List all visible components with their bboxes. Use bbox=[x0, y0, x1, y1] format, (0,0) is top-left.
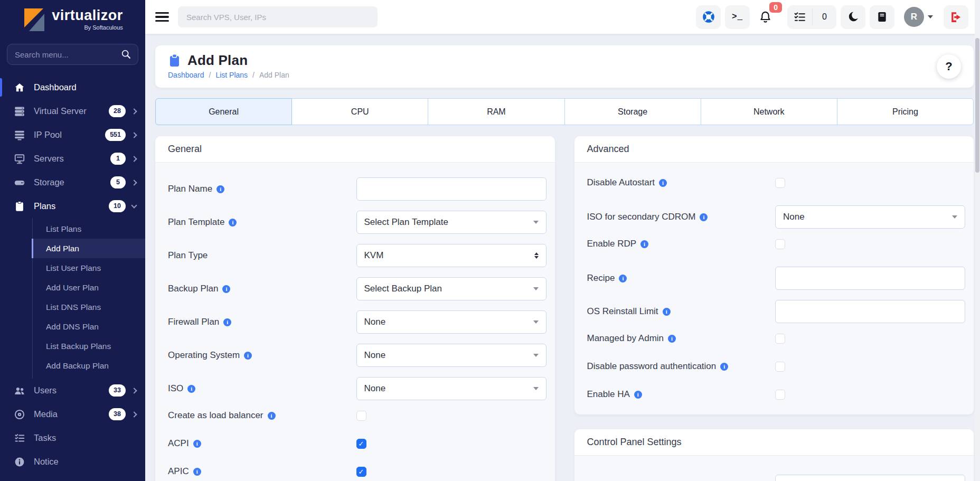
info-icon[interactable]: i bbox=[193, 440, 201, 448]
sidebar-item-users[interactable]: Users 33 bbox=[0, 379, 145, 402]
sidebar-item-tasks[interactable]: Tasks bbox=[0, 426, 145, 450]
backup-plan-select[interactable]: Select Backup Plan bbox=[356, 277, 546, 300]
info-icon[interactable]: i bbox=[720, 363, 728, 371]
apic-checkbox[interactable] bbox=[356, 467, 366, 477]
info-icon[interactable]: i bbox=[634, 391, 642, 399]
sidebar-item-label: Virtual Server bbox=[34, 106, 87, 116]
count-badge: 1 bbox=[110, 153, 126, 165]
sidebar-subitem-list-dns-plans[interactable]: List DNS Plans bbox=[33, 297, 145, 317]
hamburger-menu-icon[interactable] bbox=[155, 12, 169, 22]
docs-button[interactable] bbox=[870, 5, 894, 29]
enable-rdp-checkbox[interactable] bbox=[775, 239, 785, 249]
disable-password-authentication-checkbox[interactable] bbox=[775, 362, 785, 372]
info-icon[interactable]: i bbox=[222, 285, 230, 293]
tabs: GeneralCPURAMStorageNetworkPricing bbox=[155, 98, 974, 125]
sidebar-item-dashboard[interactable]: Dashboard bbox=[0, 76, 145, 99]
tab-ram[interactable]: RAM bbox=[428, 98, 564, 125]
tab-pricing[interactable]: Pricing bbox=[837, 98, 974, 125]
info-icon[interactable]: i bbox=[659, 179, 667, 187]
support-button[interactable] bbox=[696, 5, 721, 29]
logout-button[interactable] bbox=[944, 5, 968, 29]
os-reinstall-limit-input[interactable] bbox=[775, 300, 965, 323]
vertical-scrollbar[interactable] bbox=[975, 0, 980, 481]
sidebar-item-virtual-server[interactable]: Virtual Server 28 bbox=[0, 99, 145, 123]
sidebar-item-servers[interactable]: Servers 1 bbox=[0, 147, 145, 171]
field-row-firewall-plan: Firewall Plani None bbox=[168, 310, 546, 334]
notifications-button[interactable]: 0 bbox=[758, 10, 772, 24]
plan-template-select[interactable]: Select Plan Template bbox=[356, 211, 546, 234]
task-count[interactable]: 0 bbox=[813, 5, 836, 29]
create-as-load-balancer-checkbox[interactable] bbox=[356, 411, 366, 421]
scrollbar-thumb[interactable] bbox=[975, 38, 979, 173]
field-row-acpi: ACPIi bbox=[168, 438, 546, 449]
sidebar-item-plans[interactable]: Plans 10 bbox=[0, 194, 145, 218]
help-button[interactable]: ? bbox=[937, 54, 961, 79]
acpi-checkbox[interactable] bbox=[356, 439, 366, 449]
sidebar-search-input[interactable] bbox=[7, 44, 138, 65]
info-icon[interactable]: i bbox=[268, 412, 276, 420]
info-icon[interactable]: i bbox=[244, 352, 252, 360]
info-icon[interactable]: i bbox=[640, 240, 648, 248]
global-search-input[interactable] bbox=[178, 6, 378, 27]
info-icon[interactable]: i bbox=[193, 468, 201, 476]
disable-autostart-checkbox[interactable] bbox=[775, 178, 785, 188]
field-row-backup-plan: Backup Plani Select Backup Plan bbox=[168, 277, 546, 300]
sidebar-item-label: Users bbox=[34, 385, 56, 395]
plan-name-input[interactable] bbox=[356, 177, 546, 201]
iso-select[interactable]: None bbox=[356, 377, 546, 400]
tab-general[interactable]: General bbox=[155, 98, 292, 125]
field-label: Plan Type bbox=[168, 250, 356, 261]
sidebar-subitem-add-backup-plan[interactable]: Add Backup Plan bbox=[33, 356, 145, 375]
sidebar-subitem-list-user-plans[interactable]: List User Plans bbox=[33, 258, 145, 278]
field-label: Recipei bbox=[587, 273, 776, 284]
control-panel-card: Control Panel Settings bbox=[574, 429, 974, 481]
user-menu[interactable]: R bbox=[904, 7, 933, 27]
sidebar-item-ip-pool[interactable]: IP Pool 551 bbox=[0, 123, 145, 147]
sidebar-item-notice[interactable]: Notice bbox=[0, 450, 145, 474]
field-input[interactable] bbox=[775, 475, 965, 481]
chevron-down-icon bbox=[533, 387, 539, 390]
field-label: Enable HAi bbox=[587, 389, 776, 400]
sidebar-item-storage[interactable]: Storage 5 bbox=[0, 171, 145, 194]
iso-for-secondary-cdrom-select[interactable]: None bbox=[775, 205, 965, 229]
tab-cpu[interactable]: CPU bbox=[291, 98, 428, 125]
logout-icon bbox=[949, 11, 963, 24]
brand-logo[interactable]: virtualizor By Softaculous bbox=[0, 0, 145, 36]
info-icon[interactable]: i bbox=[223, 318, 231, 326]
sidebar-subitem-list-backup-plans[interactable]: List Backup Plans bbox=[33, 336, 145, 356]
operating-system-select[interactable]: None bbox=[356, 344, 546, 367]
task-list-button[interactable] bbox=[787, 5, 812, 29]
chevron-right-icon bbox=[131, 388, 137, 393]
count-badge: 551 bbox=[105, 129, 126, 141]
plan-type-select[interactable]: KVM bbox=[356, 244, 546, 267]
tab-storage[interactable]: Storage bbox=[564, 98, 701, 125]
terminal-button[interactable]: >_ bbox=[725, 5, 750, 29]
tab-network[interactable]: Network bbox=[701, 98, 837, 125]
field-row-plan-template: Plan Templatei Select Plan Template bbox=[168, 211, 546, 234]
field-row-field bbox=[587, 475, 966, 481]
info-icon[interactable]: i bbox=[619, 275, 627, 282]
firewall-plan-select[interactable]: None bbox=[356, 310, 546, 334]
sidebar-subitem-add-dns-plan[interactable]: Add DNS Plan bbox=[33, 317, 145, 336]
field-row-apic: APICi bbox=[168, 466, 546, 477]
sidebar-item-media[interactable]: Media 38 bbox=[0, 402, 145, 426]
info-icon[interactable]: i bbox=[663, 308, 671, 316]
info-icon[interactable]: i bbox=[668, 335, 676, 343]
recipe-input[interactable] bbox=[775, 267, 965, 290]
sidebar-subitem-add-user-plan[interactable]: Add User Plan bbox=[33, 278, 145, 297]
field-row-enable-rdp: Enable RDPi bbox=[587, 239, 966, 249]
breadcrumb-dashboard[interactable]: Dashboard bbox=[168, 71, 204, 79]
breadcrumb-list-plans[interactable]: List Plans bbox=[215, 71, 248, 79]
info-icon[interactable]: i bbox=[700, 213, 708, 221]
enable-ha-checkbox[interactable] bbox=[775, 390, 785, 400]
field-label: ACPIi bbox=[168, 438, 356, 449]
managed-by-admin-checkbox[interactable] bbox=[775, 334, 785, 344]
sidebar-subitem-add-plan[interactable]: Add Plan bbox=[32, 239, 145, 258]
info-icon[interactable]: i bbox=[187, 385, 195, 393]
info-icon[interactable]: i bbox=[229, 219, 237, 227]
sidebar-item-label: Storage bbox=[34, 177, 64, 187]
dark-mode-button[interactable] bbox=[841, 5, 865, 29]
sidebar-subitem-list-plans[interactable]: List Plans bbox=[33, 219, 145, 239]
info-icon[interactable]: i bbox=[216, 185, 224, 193]
field-label: Disable password authenticationi bbox=[587, 361, 776, 372]
